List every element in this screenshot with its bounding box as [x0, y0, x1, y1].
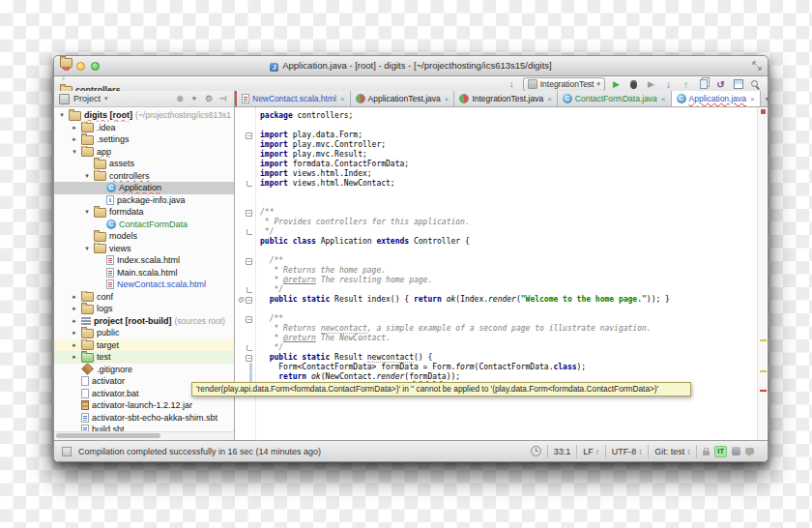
title-bar[interactable]: Application.java - [root] - digits - [~/… — [54, 56, 768, 76]
fold-open-icon[interactable]: − — [246, 258, 252, 265]
code-line[interactable]: @− public static Result index() { return… — [235, 295, 758, 305]
tree-item[interactable]: NewContact.scala.html — [54, 279, 234, 291]
debug-icon[interactable] — [627, 78, 640, 91]
tab-list-dropdown-icon[interactable] — [761, 91, 768, 106]
code-line[interactable]: * @return The NewContact. — [235, 334, 758, 343]
tree-item[interactable]: Main.scala.html — [54, 267, 234, 279]
zoom-button[interactable] — [91, 62, 100, 71]
editor-tab[interactable]: ContactFormData.java× — [558, 91, 672, 106]
tree-item[interactable]: ▸conf — [54, 291, 234, 304]
tree-item[interactable]: package-info.java — [54, 194, 234, 207]
code-line[interactable]: * Returns the home page. — [235, 266, 758, 276]
rollback-icon[interactable] — [714, 78, 727, 91]
chevron-down-icon[interactable]: ▾ — [83, 208, 91, 216]
code-line[interactable]: package controllers; — [235, 111, 758, 121]
code-line[interactable] — [235, 247, 758, 256]
settings-icon[interactable] — [203, 93, 215, 104]
chevron-right-icon[interactable]: ▸ — [71, 305, 78, 312]
code-line[interactable]: */ — [235, 343, 758, 353]
locate-icon[interactable] — [174, 93, 186, 104]
sort-icon[interactable] — [506, 78, 518, 91]
run-configuration-selector[interactable]: IntegrationTest ▾ — [523, 77, 605, 92]
chevron-down-icon[interactable]: ▾ — [71, 148, 78, 156]
tree-item[interactable]: ▸target — [54, 339, 234, 352]
code-line[interactable]: * Provides controllers for this applicat… — [235, 218, 758, 227]
toolwindow-toggle-icon[interactable] — [62, 447, 72, 456]
code-line[interactable] — [235, 189, 758, 198]
code-line[interactable]: import formdata.ContactFormData; — [235, 160, 758, 169]
tree-item[interactable]: models — [54, 230, 234, 243]
tree-item[interactable]: ▸logs — [54, 303, 234, 315]
tree-item[interactable]: build.sbt — [54, 424, 234, 431]
search-icon[interactable] — [749, 78, 762, 91]
chevron-right-icon[interactable]: ▸ — [71, 317, 78, 325]
tree-item[interactable]: ▾app — [54, 146, 234, 159]
code-line[interactable]: import play.mvc.Result; — [235, 150, 758, 160]
tree-item[interactable]: ▾digits [root] (~/projecthosting/ics613s… — [54, 109, 234, 122]
resize-grip-icon[interactable] — [752, 61, 762, 71]
horizontal-scrollbar[interactable] — [54, 431, 234, 440]
line-separator-widget[interactable]: LF — [576, 445, 605, 458]
code-line[interactable]: Form<ContactFormData> formData = Form.fo… — [235, 363, 758, 372]
warning-stripe-mark[interactable] — [760, 339, 767, 341]
tree-item[interactable]: assets — [54, 158, 234, 170]
code-line[interactable]: * @return The resulting home page. — [235, 276, 758, 285]
tree-item[interactable]: ▸project [root-build] (sources root) — [54, 315, 234, 328]
run-icon[interactable] — [610, 78, 623, 91]
chevron-right-icon[interactable]: ▸ — [71, 124, 78, 132]
code-line[interactable]: −import play.data.Form; — [235, 131, 758, 140]
editor-tab[interactable]: IntegrationTest.java× — [454, 91, 557, 106]
vcs-commit-icon[interactable] — [680, 78, 692, 91]
code-line[interactable]: return ok(NewContact.render(formData)); — [235, 372, 758, 382]
tree-item[interactable]: activator-launch-1.2.12.jar — [54, 399, 234, 412]
tab-close-icon[interactable]: × — [445, 95, 450, 103]
event-log-widget[interactable] — [525, 445, 547, 458]
chevron-down-icon[interactable]: ▾ — [104, 95, 108, 103]
editor-tab[interactable]: Application.java× — [672, 91, 761, 106]
code-line[interactable]: − public static Result newcontact() { — [235, 353, 758, 363]
code-line[interactable]: */ — [235, 227, 758, 237]
lock-icon[interactable] — [703, 451, 710, 455]
hector-inspector-icon[interactable] — [732, 447, 740, 455]
diff-icon[interactable] — [697, 78, 710, 91]
tab-close-icon[interactable]: × — [750, 95, 755, 103]
tree-item[interactable]: Application — [54, 182, 234, 194]
chevron-right-icon[interactable]: ▸ — [71, 329, 78, 337]
tree-item[interactable]: activator-sbt-echo-akka-shim.sbt — [54, 412, 234, 425]
hide-icon[interactable] — [218, 93, 229, 104]
code-line[interactable]: − /** — [235, 256, 758, 266]
code-line[interactable] — [235, 198, 758, 208]
tree-item[interactable]: ▾formdata — [54, 206, 234, 219]
chevron-right-icon[interactable]: ▸ — [71, 135, 78, 143]
code-line[interactable]: − /** — [235, 314, 758, 324]
fold-end-icon[interactable] — [246, 181, 252, 187]
error-stripe-mark[interactable] — [760, 390, 767, 392]
tab-close-icon[interactable]: × — [340, 95, 345, 103]
encoding-widget[interactable]: UTF-8 — [605, 445, 649, 458]
code-line[interactable]: import views.html.Index; — [235, 169, 758, 179]
editor-tab[interactable]: NewContact.scala.html× — [237, 91, 351, 106]
tree-item[interactable]: ▾views — [54, 243, 234, 255]
minimize-button[interactable] — [76, 62, 85, 71]
status-message[interactable]: Compilation completed successfully in 16… — [78, 447, 321, 456]
fold-open-icon[interactable]: − — [246, 316, 252, 323]
tree-item[interactable]: ▾controllers — [54, 170, 234, 183]
tree-item[interactable]: ▸.idea — [54, 122, 234, 134]
fold-open-icon[interactable]: − — [246, 355, 252, 362]
tree-item[interactable]: ▸.settings — [54, 133, 234, 146]
code-line[interactable]: import views.html.NewContact; — [235, 179, 758, 189]
chevron-down-icon[interactable]: ▾ — [83, 245, 91, 252]
chevron-right-icon[interactable]: ▸ — [71, 353, 78, 361]
code-line[interactable]: public class Application extends Control… — [235, 237, 758, 247]
vcs-branch-widget[interactable]: Git: test — [648, 445, 696, 458]
tree-item[interactable]: ContactFormData — [54, 219, 234, 231]
vcs-update-icon[interactable] — [662, 78, 675, 91]
structure-icon[interactable] — [732, 78, 744, 91]
fold-open-icon[interactable]: − — [246, 297, 252, 304]
fold-end-icon[interactable] — [246, 229, 252, 235]
chevron-right-icon[interactable]: ▸ — [71, 341, 78, 349]
tree-item[interactable]: ▸public — [54, 327, 234, 339]
tab-close-icon[interactable]: × — [547, 95, 552, 103]
code-line[interactable] — [235, 305, 758, 314]
code-line[interactable]: * Returns newcontact, a simple example o… — [235, 324, 758, 334]
